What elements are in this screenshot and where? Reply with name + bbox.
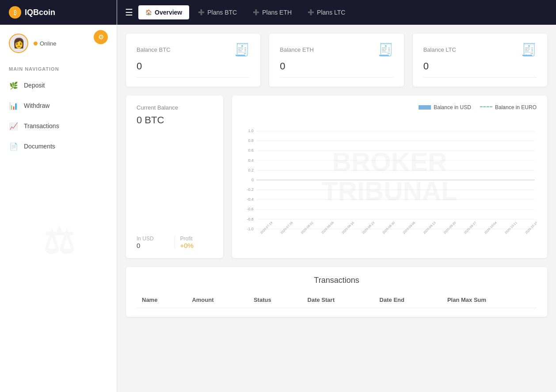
table-header-row: Name Amount Status Date Start Date End P… [137, 292, 537, 308]
online-status: Online [40, 40, 57, 47]
svg-text:2020-08-16: 2020-08-16 [341, 221, 355, 235]
col-date-end: Date End [374, 292, 442, 308]
watermark: ⚖ [0, 215, 117, 392]
col-date-start: Date Start [302, 292, 374, 308]
documents-icon: 📄 [9, 141, 19, 151]
svg-text:2020-09-13: 2020-09-13 [423, 221, 436, 235]
plus-ltc-icon: ➕ [308, 9, 314, 15]
sidebar-item-withdraw-label: Withdraw [24, 102, 50, 109]
col-plan-max-sum: Plan Max Sum [442, 292, 537, 308]
legend-usd-label: Balance in USD [434, 104, 471, 110]
svg-text:2020-08-30: 2020-08-30 [382, 221, 396, 235]
plus-btc-icon: ➕ [198, 9, 205, 15]
tab-plans-btc[interactable]: ➕ Plans BTC [191, 5, 244, 19]
svg-text:0.4: 0.4 [248, 158, 253, 163]
logo-icon: ₿ [9, 6, 21, 19]
sidebar-item-transactions[interactable]: 📈 Transactions [0, 116, 117, 136]
transactions-icon: 📈 [9, 121, 19, 131]
home-icon: 🏠 [145, 9, 152, 15]
transactions-section: Transactions Name Amount Status Date Sta… [126, 267, 547, 317]
svg-text:-1.0: -1.0 [247, 227, 254, 231]
receipt-btc-icon: 🧾 [234, 42, 250, 57]
avatar: 👩 [9, 34, 28, 53]
svg-text:2020-07-26: 2020-07-26 [280, 221, 293, 235]
svg-text:0.8: 0.8 [248, 138, 253, 143]
svg-text:0: 0 [251, 178, 254, 182]
legend-euro-label: Balance in EURO [495, 104, 537, 110]
balance-cards: Balance BTC 🧾 0 Balance ETH 🧾 0 Balance … [126, 34, 547, 87]
sidebar-item-deposit-label: Deposit [24, 82, 45, 89]
receipt-ltc-icon: 🧾 [521, 42, 537, 57]
tab-plans-btc-label: Plans BTC [207, 9, 237, 16]
deposit-icon: 🌿 [9, 80, 19, 90]
withdraw-icon: 📊 [9, 101, 19, 110]
balance-btc-value: 0 [137, 61, 250, 72]
sidebar-item-documents[interactable]: 📄 Documents [0, 136, 117, 156]
tab-overview[interactable]: 🏠 Overview [138, 5, 189, 19]
settings-fab[interactable]: ⚙ [94, 30, 108, 44]
svg-text:2020-08-23: 2020-08-23 [362, 221, 375, 235]
col-status: Status [248, 292, 302, 308]
legend-euro: Balance in EURO [480, 104, 537, 110]
tab-plans-ltc[interactable]: ➕ Plans LTC [301, 5, 352, 19]
profit-label: Profit [180, 236, 213, 242]
sidebar-item-transactions-label: Transactions [24, 122, 59, 129]
online-badge: Online [34, 40, 57, 47]
plus-eth-icon: ➕ [253, 9, 259, 15]
chart-legend: Balance in USD Balance in EURO [243, 104, 537, 110]
sidebar: ₿ IQBcoin ⚙ 👩 Online MAIN NAVIGATION 🌿 D… [0, 0, 117, 392]
main-area: ☰ 🏠 Overview ➕ Plans BTC ➕ Plans ETH ➕ P… [117, 0, 556, 392]
profit-section: Profit +0% [175, 236, 213, 249]
svg-text:2020-09-27: 2020-09-27 [463, 221, 477, 235]
balance-ltc-value: 0 [423, 61, 537, 72]
current-balance-card: Current Balance 0 BTC In USD 0 Profit +0… [126, 95, 223, 258]
col-amount: Amount [187, 292, 248, 308]
sidebar-item-withdraw[interactable]: 📊 Withdraw [0, 95, 117, 116]
col-name: Name [137, 292, 187, 308]
online-dot [34, 42, 38, 46]
legend-euro-color [480, 106, 492, 110]
current-balance-title: Current Balance [137, 104, 213, 111]
balance-btc-divider [137, 77, 250, 78]
svg-text:2020-10-19: 2020-10-19 [525, 221, 537, 235]
in-usd-value: 0 [137, 242, 169, 249]
balance-eth-divider [280, 77, 393, 78]
svg-text:1.0: 1.0 [248, 129, 253, 133]
transactions-title: Transactions [137, 276, 537, 285]
balance-ltc-label: Balance LTC [423, 46, 456, 53]
content-area: Balance BTC 🧾 0 Balance ETH 🧾 0 Balance … [117, 25, 556, 392]
sidebar-item-deposit[interactable]: 🌿 Deposit [0, 75, 117, 95]
svg-text:-0.6: -0.6 [247, 207, 254, 212]
chart-card: BROKER TRIBUNAL Balance in USD Balance i… [232, 95, 547, 258]
balance-card-ltc: Balance LTC 🧾 0 [413, 34, 547, 87]
sidebar-logo: ₿ IQBcoin [0, 0, 117, 25]
tab-overview-label: Overview [155, 9, 182, 16]
chart-svg: 1.0 0.8 0.6 0.4 0.2 0 -0.2 -0.4 -0.6 -0.… [243, 115, 537, 247]
legend-usd-color [419, 105, 431, 110]
tab-plans-eth[interactable]: ➕ Plans ETH [246, 5, 299, 19]
svg-text:0.6: 0.6 [248, 148, 253, 153]
in-usd-label: In USD [137, 236, 169, 242]
svg-text:-0.4: -0.4 [247, 197, 254, 202]
balance-btc-label: Balance BTC [137, 46, 171, 53]
sidebar-logo-text: IQBcoin [25, 8, 55, 17]
svg-text:-0.2: -0.2 [247, 187, 254, 192]
nav-label: MAIN NAVIGATION [0, 62, 117, 75]
svg-text:2020-09-20: 2020-09-20 [443, 221, 457, 235]
balance-card-eth: Balance ETH 🧾 0 [269, 34, 404, 87]
balance-ltc-divider [423, 77, 537, 78]
balance-eth-value: 0 [280, 61, 393, 72]
tab-plans-eth-label: Plans ETH [262, 9, 292, 16]
middle-row: Current Balance 0 BTC In USD 0 Profit +0… [126, 95, 547, 258]
balance-card-btc: Balance BTC 🧾 0 [126, 34, 260, 87]
in-usd-section: In USD 0 [137, 236, 175, 249]
topnav: ☰ 🏠 Overview ➕ Plans BTC ➕ Plans ETH ➕ P… [117, 0, 556, 25]
svg-text:2020-10-04: 2020-10-04 [484, 221, 497, 235]
gear-icon: ⚙ [98, 33, 104, 41]
hamburger-icon[interactable]: ☰ [122, 4, 137, 21]
current-balance-btc: 0 BTC [137, 114, 213, 126]
svg-text:2020-08-02: 2020-08-02 [301, 221, 314, 235]
svg-text:2020-08-09: 2020-08-09 [321, 221, 335, 235]
transactions-table: Name Amount Status Date Start Date End P… [137, 292, 537, 308]
tab-plans-ltc-label: Plans LTC [317, 9, 345, 16]
